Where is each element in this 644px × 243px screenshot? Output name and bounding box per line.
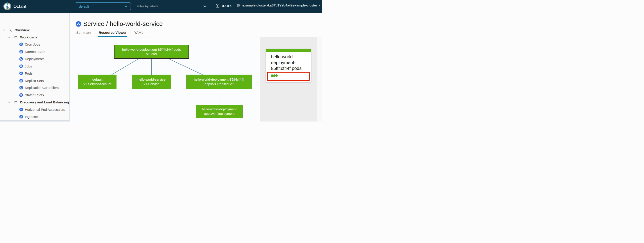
sidebar-item-stateful-sets[interactable]: Stateful Sets — [0, 91, 70, 98]
scrollbar-track[interactable] — [317, 37, 322, 121]
sidebar-item-discovery-and-load-balancing[interactable]: Discovery and Load Balancing — [0, 98, 70, 106]
node-kind: apps/v1 ReplicaSet — [204, 82, 234, 86]
theme-toggle-label: DARK — [222, 4, 232, 7]
sidebar-item-services[interactable]: Services — [0, 120, 70, 121]
graph-node-deployment[interactable]: hello-world-deployment apps/v1 Deploymen… — [196, 105, 242, 118]
node-kind: v1 ServiceAccount — [84, 82, 111, 86]
namespace-select[interactable]: default — [75, 2, 131, 10]
chevron-down-icon[interactable] — [3, 28, 6, 31]
sidebar-item-deployments[interactable]: Deployments — [0, 55, 70, 62]
caret-down-icon — [125, 6, 127, 7]
node-label: hello-world-deployment-85ff4cf44f — [194, 77, 244, 82]
chevron-down-icon[interactable] — [8, 36, 10, 39]
node-label: hello-world-deployment — [202, 107, 236, 111]
pod-ok-dot[interactable] — [275, 74, 278, 77]
sidebar-item-workloads[interactable]: Workloads — [0, 33, 70, 41]
sidebar-item-daemon-sets[interactable]: Daemon Sets — [0, 48, 70, 55]
sidebar-nav: Overview Workloads Cron Jobs Daemon Sets… — [0, 13, 70, 121]
node-kind: apps/v1 Deployment — [204, 111, 234, 116]
sidebar-item-horizontal-pod-autoscalers[interactable]: Horizontal Pod Autoscalers — [0, 106, 70, 113]
node-kind: v1 Service — [144, 82, 159, 86]
label-filter-input[interactable]: Filter by labels — [136, 3, 207, 10]
sidebar-item-overview[interactable]: Overview — [0, 26, 70, 33]
deployments-icon — [19, 57, 23, 61]
header-bar: Octant default Filter by labels DARK exa… — [0, 0, 322, 13]
tab-bar: Summary Resource Viewer YAML — [76, 31, 144, 37]
service-resource-icon — [76, 21, 82, 27]
resource-graph-canvas[interactable]: hello-world-deployment-85ff4cf44f pods v… — [70, 37, 322, 121]
pod-status-box[interactable] — [267, 72, 310, 81]
context-selector[interactable]: example-cluster-ka3TuTzYo4a@example-clus… — [237, 3, 321, 7]
graph-node-replicaset[interactable]: hello-world-deployment-85ff4cf44f apps/v… — [186, 75, 252, 89]
node-label: default — [92, 77, 102, 82]
theme-toggle[interactable]: DARK — [215, 3, 232, 8]
cluster-icon — [237, 3, 241, 7]
horizontal-pod-autoscalers-icon — [19, 108, 23, 111]
graph-node-service[interactable]: hello-world-service v1 Service — [132, 75, 171, 89]
replication-controllers-icon — [19, 86, 23, 90]
label-filter-placeholder: Filter by labels — [137, 4, 158, 8]
chevron-down-icon[interactable] — [203, 5, 206, 8]
folder-icon — [14, 100, 18, 104]
node-kind: v1 Pod — [146, 52, 157, 56]
content-header: Service / hello-world-service Summary Re… — [70, 13, 322, 37]
graph-node-serviceaccount[interactable]: default v1 ServiceAccount — [78, 75, 116, 89]
node-label: hello-world-service — [138, 77, 166, 82]
card-status-bar — [266, 49, 311, 52]
tab-yaml[interactable]: YAML — [134, 31, 144, 37]
detail-card-title: hello-world-deployment-85ff4cf44f pods — [271, 54, 306, 71]
pods-icon — [19, 71, 23, 75]
moon-icon — [215, 3, 220, 8]
context-name: example-cluster-ka3TuTzYo4a@example-clus… — [242, 3, 317, 7]
jobs-icon — [19, 64, 23, 68]
sidebar-item-pods[interactable]: Pods — [0, 70, 70, 77]
detail-panel: hello-world-deployment-85ff4cf44f pods — [260, 37, 322, 121]
node-label: hello-world-deployment-85ff4cf44f pods — [122, 47, 181, 52]
sidebar-item-ingresses[interactable]: Ingresses — [0, 113, 70, 120]
chevron-down-icon — [319, 4, 321, 6]
detail-card[interactable]: hello-world-deployment-85ff4cf44f pods — [266, 49, 311, 82]
octant-logo-icon — [3, 2, 12, 10]
app-title: Octant — [14, 4, 26, 9]
folder-icon — [14, 35, 18, 39]
page-title: Service / hello-world-service — [83, 20, 163, 27]
tab-summary[interactable]: Summary — [76, 31, 92, 37]
replica-sets-icon — [19, 79, 23, 83]
sidebar-item-replica-sets[interactable]: Replica Sets — [0, 77, 70, 84]
overview-icon — [9, 28, 13, 32]
namespace-value: default — [79, 4, 89, 8]
cron-jobs-icon — [19, 42, 23, 46]
sidebar-item-cron-jobs[interactable]: Cron Jobs — [0, 41, 70, 48]
sidebar-item-replication-controllers[interactable]: Replication Controllers — [0, 84, 70, 91]
daemon-sets-icon — [19, 50, 23, 54]
chevron-down-icon[interactable] — [8, 101, 10, 104]
graph-node-pod[interactable]: hello-world-deployment-85ff4cf44f pods v… — [114, 45, 189, 59]
tab-resource-viewer[interactable]: Resource Viewer — [98, 31, 127, 37]
sidebar-item-jobs[interactable]: Jobs — [0, 62, 70, 70]
ingresses-icon — [19, 115, 23, 119]
stateful-sets-icon — [19, 93, 23, 97]
